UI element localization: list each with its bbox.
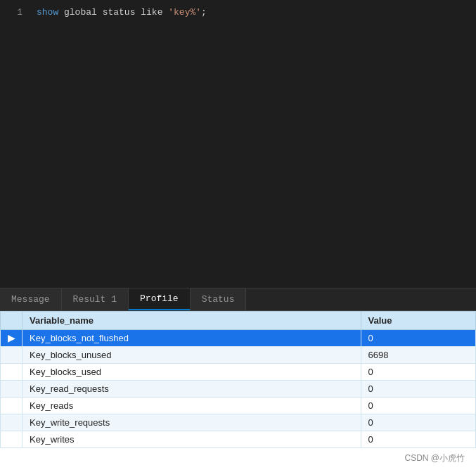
cell-value: 0 <box>361 381 475 398</box>
row-indicator <box>1 431 22 448</box>
row-indicator: ▶ <box>1 330 22 347</box>
row-indicator <box>1 398 22 414</box>
cell-variable-name: Key_blocks_not_flushed <box>22 330 361 347</box>
table-row[interactable]: Key_blocks_used0 <box>1 364 476 381</box>
table-row[interactable]: Key_writes0 <box>1 431 476 448</box>
keyword-show: show <box>37 7 58 18</box>
cell-value: 0 <box>361 330 475 347</box>
cell-value: 0 <box>361 398 475 414</box>
line-number-1: 1 <box>8 6 22 20</box>
line-numbers: 1 <box>0 0 28 288</box>
cell-value: 0 <box>361 431 475 448</box>
main-container: 1 show global status like 'key%'; Messag… <box>0 0 476 470</box>
cell-value: 0 <box>361 414 475 431</box>
table-row[interactable]: Key_write_requests0 <box>1 414 476 431</box>
code-text-1: global status like <box>58 7 168 18</box>
bottom-panel: Message Result 1 Profile Status Variable… <box>0 288 476 470</box>
header-variable-name: Variable_name <box>22 312 361 330</box>
header-value: Value <box>361 312 475 330</box>
row-indicator <box>1 347 22 364</box>
cell-variable-name: Key_write_requests <box>22 414 361 431</box>
table-row[interactable]: Key_reads0 <box>1 398 476 414</box>
tab-status[interactable]: Status <box>191 288 247 310</box>
semicolon: ; <box>201 7 207 18</box>
cell-variable-name: Key_read_requests <box>22 381 361 398</box>
tabs-bar: Message Result 1 Profile Status <box>0 288 476 311</box>
row-indicator <box>1 381 22 398</box>
table-row[interactable]: ▶Key_blocks_not_flushed0 <box>1 330 476 347</box>
cell-variable-name: Key_blocks_used <box>22 364 361 381</box>
editor-area: 1 show global status like 'key%'; <box>0 0 476 288</box>
string-literal: 'key%' <box>168 7 201 18</box>
cell-variable-name: Key_reads <box>22 398 361 414</box>
tab-message[interactable]: Message <box>0 288 62 310</box>
tab-profile[interactable]: Profile <box>129 288 191 310</box>
code-content[interactable]: show global status like 'key%'; <box>28 0 476 288</box>
cell-value: 6698 <box>361 347 475 364</box>
row-indicator <box>1 364 22 381</box>
table-header-row: Variable_name Value <box>1 312 476 330</box>
cell-variable-name: Key_blocks_unused <box>22 347 361 364</box>
results-area[interactable]: Variable_name Value ▶Key_blocks_not_flus… <box>0 311 476 470</box>
row-indicator <box>1 414 22 431</box>
header-indicator <box>1 312 22 330</box>
watermark: CSDN @小虎竹 <box>404 452 465 464</box>
cell-value: 0 <box>361 364 475 381</box>
table-row[interactable]: Key_read_requests0 <box>1 381 476 398</box>
code-line-1: show global status like 'key%'; <box>37 6 468 20</box>
cell-variable-name: Key_writes <box>22 431 361 448</box>
tab-result1[interactable]: Result 1 <box>62 288 129 310</box>
table-row[interactable]: Key_blocks_unused6698 <box>1 347 476 364</box>
results-table: Variable_name Value ▶Key_blocks_not_flus… <box>0 311 476 448</box>
